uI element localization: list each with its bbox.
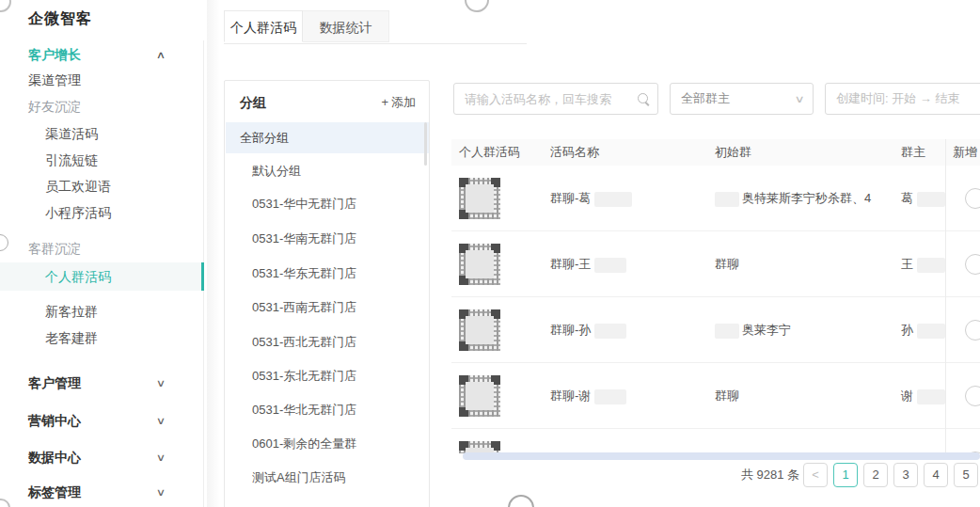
- pagination-page-button[interactable]: 4: [924, 463, 948, 487]
- row-switch[interactable]: [965, 188, 980, 209]
- redacted-text: [917, 258, 945, 273]
- table-row: 群聊-谢 群聊 谢: [451, 363, 980, 429]
- group-panel-header: 分组 +添加: [225, 88, 429, 117]
- loading-arc-decoration: [508, 495, 534, 507]
- sidebar-item-old-customer-group[interactable]: 老客建群: [0, 325, 204, 351]
- create-time-range-picker[interactable]: 创建时间: 开始 → 结束: [825, 83, 980, 115]
- col-header-clipped: 新增: [953, 139, 979, 166]
- sidebar-shadow: [207, 0, 220, 507]
- group-item-all[interactable]: 全部分组: [226, 122, 429, 153]
- sidebar-group-customer-group-sedimentation: 客群沉淀: [0, 235, 204, 261]
- group-item[interactable]: 0531-华东无群门店: [226, 260, 429, 288]
- group-item[interactable]: 0531-华中无群门店: [226, 190, 429, 218]
- qr-table: 个人群活码 活码名称 初始群 群主 新增 群聊-葛 奥特莱斯李宁秒杀群、4 葛 …: [451, 139, 980, 453]
- sidebar-item-customer-management[interactable]: 客户管理 ∨: [0, 370, 204, 396]
- search-input[interactable]: [454, 84, 657, 114]
- redacted-text: [594, 324, 626, 339]
- qr-code-thumbnail[interactable]: [459, 375, 500, 417]
- redacted-text: [594, 192, 632, 207]
- redacted-text: [715, 324, 739, 339]
- pagination: 共 9281 条 < 1 2 3 4 5: [0, 463, 980, 489]
- col-header-personal-group-qr: 个人群活码: [459, 139, 520, 166]
- group-panel-title: 分组: [240, 88, 266, 117]
- table-row: 群聊-王 群聊 王: [451, 231, 980, 297]
- add-group-button[interactable]: +添加: [381, 88, 416, 117]
- horizontal-scrollbar[interactable]: [463, 452, 980, 460]
- brand-title: 企微智客: [28, 9, 92, 29]
- group-item[interactable]: 0531-西北无群门店: [226, 328, 429, 356]
- group-item-default[interactable]: 默认分组: [226, 157, 429, 185]
- sidebar-item-channel-qr[interactable]: 渠道活码: [0, 120, 204, 147]
- qr-code-thumbnail[interactable]: [459, 178, 500, 219]
- redacted-text: [917, 389, 945, 404]
- sidebar-item-new-customer-group[interactable]: 新客拉群: [0, 298, 204, 325]
- table-header-row: 个人群活码 活码名称 初始群 群主 新增: [451, 139, 980, 166]
- chevron-down-icon: ∨: [156, 407, 166, 434]
- pagination-page-button[interactable]: 1: [833, 463, 858, 487]
- col-header-group-owner: 群主: [901, 139, 925, 166]
- col-header-qr-name: 活码名称: [550, 139, 599, 166]
- redacted-text: [594, 258, 626, 273]
- chevron-down-icon: ∨: [794, 84, 804, 114]
- content-tabs: 个人群活码 数据统计: [224, 10, 527, 44]
- qr-code-thumbnail[interactable]: [459, 309, 500, 351]
- group-item[interactable]: 0531-华北无群门店: [226, 396, 429, 424]
- sidebar-item-traffic-shortlink[interactable]: 引流短链: [0, 147, 204, 173]
- chevron-up-icon: ∧: [156, 41, 166, 68]
- chevron-down-icon: ∨: [156, 370, 166, 396]
- qr-name-search-box: [453, 83, 658, 115]
- col-header-initial-group: 初始群: [715, 139, 751, 166]
- pagination-page-button[interactable]: 3: [893, 463, 918, 487]
- create-time-range-value: 创建时间: 开始 → 结束: [826, 91, 959, 105]
- tab-data-statistics[interactable]: 数据统计: [303, 10, 389, 42]
- plus-icon: +: [381, 95, 388, 109]
- sidebar: 企微智客 客户增长 ∧ 渠道管理 好友沉淀 渠道活码 引流短链 员工欢迎语 小程…: [0, 0, 207, 507]
- redacted-text: [917, 324, 945, 339]
- row-switch[interactable]: [965, 254, 980, 275]
- pagination-prev-button[interactable]: <: [803, 463, 828, 487]
- table-row: 群聊-孙 奥莱李宁 孙: [451, 297, 980, 363]
- redacted-text: [594, 389, 626, 404]
- group-item[interactable]: 0531-东北无群门店: [226, 362, 429, 390]
- row-switch[interactable]: [965, 386, 980, 406]
- sidebar-item-marketing-center[interactable]: 营销中心 ∨: [0, 407, 204, 434]
- qr-code-thumbnail[interactable]: [459, 244, 500, 285]
- row-switch[interactable]: [965, 320, 980, 341]
- sidebar-item-staff-welcome[interactable]: 员工欢迎语: [0, 173, 204, 199]
- sidebar-item-customer-growth[interactable]: 客户增长 ∧: [0, 41, 204, 68]
- sidebar-item-channel-management[interactable]: 渠道管理: [0, 67, 204, 93]
- group-panel: 分组 +添加 全部分组 默认分组 0531-华中无群门店 0531-华南无群门店…: [224, 80, 430, 507]
- table-row: 群聊- 群聊-: [451, 429, 980, 453]
- tab-personal-group-qr[interactable]: 个人群活码: [224, 10, 303, 42]
- group-item[interactable]: 0601-剩余的全量群: [226, 430, 429, 458]
- sidebar-group-friend-sedimentation: 好友沉淀: [0, 93, 204, 119]
- group-owner-select[interactable]: 全部群主 ∨: [670, 83, 814, 115]
- redacted-text: [917, 192, 945, 207]
- table-row: 群聊-葛 奥特莱斯李宁秒杀群、4 葛: [451, 166, 980, 231]
- group-owner-select-value: 全部群主: [671, 91, 730, 105]
- pagination-page-button[interactable]: 5: [954, 463, 978, 487]
- group-item[interactable]: 0531-西南无群门店: [226, 293, 429, 322]
- fixed-column-divider: [945, 139, 946, 453]
- group-panel-scrollbar[interactable]: [424, 122, 427, 166]
- pagination-page-button[interactable]: 2: [863, 463, 888, 487]
- pagination-total: 共 9281 条: [741, 463, 799, 487]
- redacted-text: [715, 192, 739, 207]
- search-icon: [638, 93, 648, 103]
- group-item[interactable]: 0531-华南无群门店: [226, 225, 429, 253]
- sidebar-item-personal-group-qr[interactable]: 个人群活码: [0, 262, 204, 291]
- sidebar-item-miniprogram-qr[interactable]: 小程序活码: [0, 199, 204, 226]
